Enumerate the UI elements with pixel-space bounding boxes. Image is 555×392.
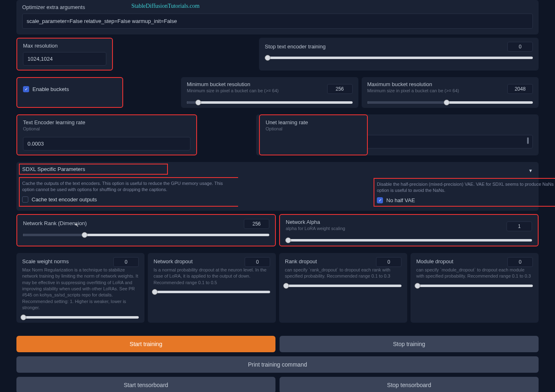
network-alpha-slider[interactable] bbox=[286, 239, 532, 242]
max-bucket-slider[interactable] bbox=[367, 101, 533, 104]
nohalf-label: No half VAE bbox=[386, 197, 415, 203]
md-label: Module dropout bbox=[416, 258, 503, 264]
drag-handle-icon[interactable] bbox=[527, 137, 529, 144]
collapse-icon[interactable]: ▼ bbox=[528, 168, 533, 173]
network-rank-panel: Network Rank (Dimension) 256 ↖ bbox=[16, 214, 276, 246]
nd-slider[interactable] bbox=[154, 291, 270, 293]
stop-te-slider[interactable] bbox=[265, 57, 533, 59]
watermark-text: StableDiffusionTutorials.com bbox=[131, 3, 200, 9]
stop-te-panel: Stop text encoder training 0 bbox=[259, 38, 539, 71]
max-bucket-panel: Maximum bucket resolution Minimum size i… bbox=[362, 77, 539, 108]
te-lr-sub: Optional bbox=[23, 126, 190, 131]
md-desc: can specify `module_dropout` to dropout … bbox=[416, 267, 533, 280]
sdxl-title: SDXL Specific Parameters bbox=[22, 166, 85, 172]
md-value[interactable]: 0 bbox=[507, 257, 533, 267]
optimizer-extra-input[interactable]: scale_parameter=False relative_step=Fals… bbox=[22, 14, 533, 29]
network-alpha-sub: alpha for LoRA weight scaling bbox=[286, 226, 502, 231]
swn-value[interactable]: 0 bbox=[113, 257, 139, 267]
network-alpha-panel: Network Alpha alpha for LoRA weight scal… bbox=[279, 214, 539, 246]
network-rank-value[interactable]: 256 bbox=[244, 219, 269, 229]
network-alpha-value[interactable]: 1 bbox=[507, 221, 532, 231]
nd-desc: Is a normal probability dropout at the n… bbox=[154, 267, 270, 286]
rd-slider[interactable] bbox=[285, 285, 401, 287]
max-bucket-value[interactable]: 2048 bbox=[507, 84, 533, 94]
print-command-button[interactable]: Print training command bbox=[16, 356, 539, 373]
swn-desc: Max Norm Regularization is a technique t… bbox=[22, 267, 139, 311]
stop-te-label: Stop text encoder training bbox=[265, 43, 503, 50]
network-alpha-label: Network Alpha bbox=[286, 219, 502, 225]
swn-label: Scale weight norms bbox=[22, 258, 109, 264]
unet-lr-panel-highlight: Unet learning rate Optional bbox=[259, 114, 368, 155]
rd-desc: can specify `rank_dropout` to dropout ea… bbox=[285, 267, 401, 280]
network-dropout-panel: Network dropout 0 Is a normal probabilit… bbox=[148, 253, 276, 323]
cache-te-checkbox[interactable] bbox=[22, 196, 28, 203]
nd-label: Network dropout bbox=[154, 258, 241, 264]
module-dropout-panel: Module dropout 0 can specify `module_dro… bbox=[411, 253, 539, 323]
min-bucket-label: Minimum bucket resolution bbox=[187, 81, 323, 87]
nohalf-desc: Disable the half-precision (mixed-precis… bbox=[377, 181, 555, 194]
min-bucket-panel: Minimum bucket resolution Minimum size i… bbox=[181, 77, 358, 108]
max-bucket-label: Maximum bucket resolution bbox=[367, 81, 504, 87]
min-bucket-sub: Minimum size in pixel a bucket can be (>… bbox=[187, 88, 323, 93]
cache-te-label: Cache text encoder outputs bbox=[32, 196, 97, 203]
start-tensorboard-button[interactable]: Start tensorboard bbox=[16, 377, 275, 392]
te-lr-label: Text Encoder learning rate bbox=[23, 119, 190, 125]
enable-buckets-panel: ✓ Enable buckets bbox=[16, 77, 123, 108]
unet-lr-label: Unet learning rate bbox=[266, 119, 361, 125]
max-resolution-panel: Max resolution bbox=[16, 38, 113, 71]
te-lr-input[interactable] bbox=[23, 137, 190, 150]
network-rank-slider[interactable] bbox=[23, 234, 269, 236]
nd-value[interactable]: 0 bbox=[245, 257, 270, 267]
stop-tensorboard-button[interactable]: Stop tensorboard bbox=[280, 377, 539, 392]
stop-te-value[interactable]: 0 bbox=[507, 42, 533, 52]
rd-label: Rank dropout bbox=[285, 258, 372, 264]
cache-te-desc: Cache the outputs of the text encoders. … bbox=[22, 180, 236, 193]
min-bucket-value[interactable]: 256 bbox=[327, 84, 353, 94]
optimizer-extra-label: Optimizer extra arguments bbox=[22, 4, 533, 10]
max-resolution-input[interactable] bbox=[23, 52, 106, 66]
min-bucket-slider[interactable] bbox=[187, 101, 353, 104]
te-lr-panel: Text Encoder learning rate Optional bbox=[16, 114, 197, 155]
max-resolution-label: Max resolution bbox=[23, 43, 106, 49]
rank-dropout-panel: Rank dropout 0 can specify `rank_dropout… bbox=[279, 253, 407, 323]
md-slider[interactable] bbox=[416, 285, 533, 287]
scale-weight-norms-panel: Scale weight norms 0 Max Norm Regulariza… bbox=[16, 253, 144, 323]
max-bucket-sub: Minimum size in pixel a bucket can be (>… bbox=[367, 88, 504, 93]
stop-training-button[interactable]: Stop training bbox=[280, 336, 539, 352]
start-training-button[interactable]: Start training bbox=[16, 336, 275, 352]
enable-buckets-label: Enable buckets bbox=[32, 86, 69, 92]
network-rank-label: Network Rank (Dimension) bbox=[23, 220, 240, 226]
spacer bbox=[116, 38, 256, 71]
rd-value[interactable]: 0 bbox=[376, 257, 401, 267]
swn-slider[interactable] bbox=[22, 316, 139, 319]
unet-lr-sub: Optional bbox=[266, 126, 361, 131]
nohalf-checkbox[interactable]: ✓ bbox=[377, 197, 383, 203]
sdxl-panel: SDXL Specific Parameters ▼ Cache the out… bbox=[16, 162, 539, 211]
optimizer-extra-value: scale_parameter=False relative_step=Fals… bbox=[27, 18, 177, 24]
enable-buckets-checkbox[interactable]: ✓ bbox=[23, 86, 29, 92]
